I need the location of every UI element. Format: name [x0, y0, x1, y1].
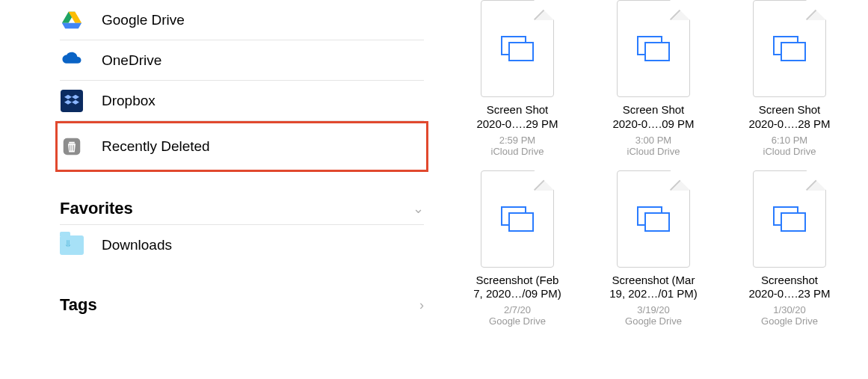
file-time: 3/19/20 [637, 304, 669, 315]
svg-rect-0 [61, 90, 83, 112]
file-thumbnail [617, 170, 690, 268]
favorites-section-header[interactable]: Favorites ⌄ [60, 191, 424, 225]
sidebar-item-label: Recently Deleted [102, 138, 210, 155]
file-thumbnail [753, 170, 826, 268]
google-drive-icon [60, 8, 84, 32]
file-item[interactable]: Screenshot (Feb 7, 2020…/09 PM) 2/7/20 G… [454, 170, 581, 327]
chevron-right-icon: › [419, 298, 424, 313]
tags-section-header[interactable]: Tags › [60, 288, 424, 321]
sidebar-item-label: Dropbox [102, 93, 156, 109]
sidebar-item-label: Downloads [102, 237, 172, 253]
sidebar: Google Drive OneDrive Dropbox Recently D… [0, 0, 439, 379]
onedrive-icon [60, 49, 84, 73]
file-name-line2: 7, 2020…/09 PM) [473, 287, 561, 301]
file-location: iCloud Drive [491, 146, 544, 157]
file-location: Google Drive [489, 315, 546, 327]
file-name: Screen Shot [623, 103, 685, 117]
file-item[interactable]: Screen Shot 2020-0….09 PM 3:00 PM iCloud… [590, 0, 717, 157]
file-name-line2: 2020-0….23 PM [748, 287, 830, 301]
file-location: Google Drive [761, 315, 818, 327]
sidebar-item-downloads[interactable]: Downloads [60, 225, 424, 265]
file-time: 3:00 PM [635, 135, 671, 146]
file-location: Google Drive [625, 315, 682, 327]
file-thumbnail [481, 0, 554, 97]
file-item[interactable]: Screen Shot 2020-0….28 PM 6:10 PM iCloud… [726, 0, 853, 157]
file-item[interactable]: Screenshot (Mar 19, 202…/01 PM) 3/19/20 … [590, 170, 717, 327]
sidebar-item-google-drive[interactable]: Google Drive [60, 0, 424, 40]
file-location: iCloud Drive [627, 146, 680, 157]
tags-title: Tags [60, 295, 97, 315]
file-name: Screenshot [761, 274, 818, 288]
downloads-folder-icon [60, 233, 84, 257]
sidebar-item-label: Google Drive [102, 12, 185, 28]
highlight-recently-deleted: Recently Deleted [55, 121, 428, 172]
file-name: Screenshot (Mar [612, 274, 695, 288]
sidebar-item-label: OneDrive [102, 52, 161, 69]
trash-icon [60, 135, 84, 158]
file-time: 2/7/20 [504, 304, 531, 315]
file-location: iCloud Drive [763, 146, 816, 157]
sidebar-item-recently-deleted[interactable]: Recently Deleted [60, 126, 424, 167]
file-thumbnail [617, 0, 690, 97]
file-item[interactable]: Screenshot 2020-0….23 PM 1/30/20 Google … [726, 170, 853, 327]
file-name-line2: 2020-0….28 PM [748, 117, 830, 132]
favorites-title: Favorites [60, 199, 133, 218]
file-thumbnail [481, 170, 554, 268]
dropbox-icon [60, 89, 84, 113]
file-time: 1/30/20 [773, 304, 805, 315]
file-name-line2: 2020-0….09 PM [612, 117, 694, 132]
sidebar-item-onedrive[interactable]: OneDrive [60, 40, 424, 81]
file-grid: Screen Shot 2020-0….29 PM 2:59 PM iCloud… [439, 0, 868, 379]
file-name: Screen Shot [487, 103, 549, 117]
chevron-down-icon: ⌄ [413, 200, 424, 217]
file-name: Screenshot (Feb [476, 274, 559, 288]
file-name-line2: 19, 202…/01 PM) [609, 287, 698, 301]
file-time: 2:59 PM [499, 135, 535, 146]
file-thumbnail [753, 0, 826, 97]
file-time: 6:10 PM [772, 135, 807, 146]
file-item[interactable]: Screen Shot 2020-0….29 PM 2:59 PM iCloud… [454, 0, 581, 157]
sidebar-item-dropbox[interactable]: Dropbox [60, 81, 424, 121]
file-name: Screen Shot [759, 103, 821, 117]
file-name-line2: 2020-0….29 PM [476, 117, 558, 132]
